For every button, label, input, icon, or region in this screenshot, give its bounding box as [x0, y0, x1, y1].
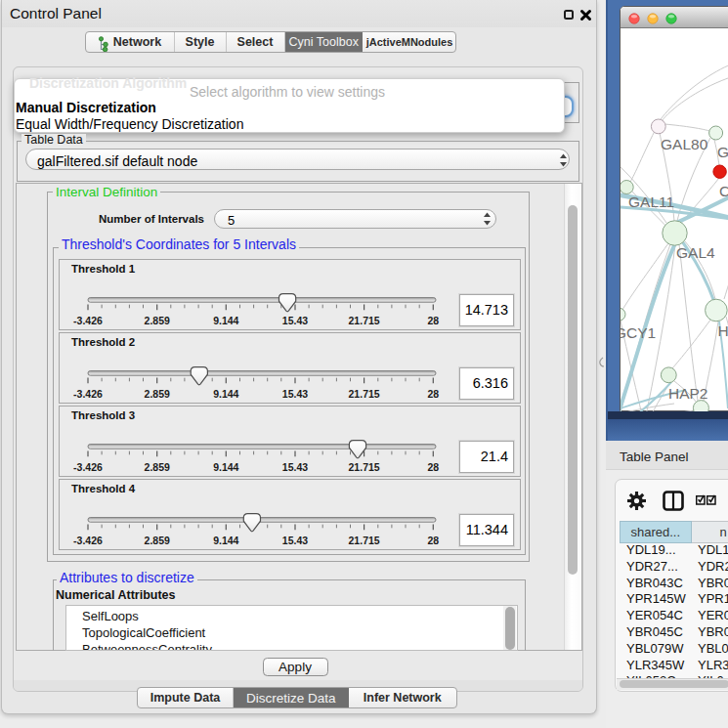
svg-text:9.144: 9.144	[213, 461, 238, 473]
svg-text:28: 28	[427, 535, 439, 546]
svg-text:28: 28	[427, 388, 439, 400]
svg-text:CY: CY	[719, 183, 728, 199]
svg-text:28: 28	[427, 315, 439, 326]
svg-text:2.859: 2.859	[145, 461, 170, 473]
svg-text:GAL80: GAL80	[661, 136, 708, 152]
svg-text:2.859: 2.859	[145, 535, 170, 546]
svg-text:2.859: 2.859	[145, 388, 170, 400]
svg-text:9.144: 9.144	[213, 315, 238, 326]
svg-text:9.144: 9.144	[213, 388, 238, 400]
svg-text:15.43: 15.43	[282, 315, 308, 326]
svg-text:9.144: 9.144	[213, 535, 238, 546]
svg-text:-3.426: -3.426	[73, 535, 103, 546]
svg-text:-3.426: -3.426	[73, 461, 103, 473]
svg-text:GCY1: GCY1	[621, 324, 657, 341]
svg-text:-3.426: -3.426	[73, 315, 103, 326]
svg-text:15.43: 15.43	[282, 461, 308, 473]
svg-text:21.715: 21.715	[349, 388, 380, 400]
svg-text:21.715: 21.715	[349, 535, 380, 546]
svg-text:GA: GA	[717, 144, 728, 160]
svg-text:21.715: 21.715	[349, 315, 380, 326]
svg-text:-3.426: -3.426	[73, 388, 103, 400]
svg-text:HA: HA	[718, 322, 728, 339]
svg-text:GAL11: GAL11	[628, 193, 674, 210]
svg-text:2.859: 2.859	[145, 315, 170, 326]
svg-text:15.43: 15.43	[282, 535, 308, 546]
svg-text:GAL4: GAL4	[676, 244, 715, 261]
svg-text:15.43: 15.43	[282, 388, 308, 400]
svg-text:28: 28	[427, 461, 439, 473]
svg-text:21.715: 21.715	[349, 461, 380, 473]
svg-text:HAP2: HAP2	[668, 385, 708, 402]
